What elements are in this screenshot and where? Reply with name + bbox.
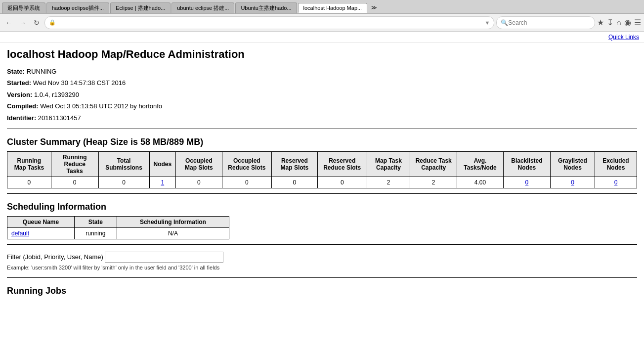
col-reduce-capacity: Reduce Task Capacity	[410, 151, 457, 177]
bookmark-star-icon[interactable]: ★	[597, 18, 604, 27]
page-title: localhost Hadoop Map/Reduce Administrati…	[7, 48, 637, 61]
val-total-submissions: 0	[98, 177, 149, 188]
browser-actions: ★ ↧ ⌂ ◉ ☰	[597, 18, 641, 27]
browser-nav: ← → ↻ 🔒 localhost:50030/jobtracker.jsp ▼…	[0, 14, 644, 32]
graylisted-link[interactable]: 0	[571, 179, 574, 186]
col-res-map: Reserved Map Slots	[272, 151, 318, 177]
forward-button[interactable]: →	[17, 17, 29, 29]
val-nodes: 1	[149, 177, 176, 188]
cluster-summary-heading: Cluster Summary (Heap Size is 58 MB/889 …	[7, 137, 637, 147]
col-queue-name: Queue Name	[7, 216, 75, 227]
tab-1[interactable]: 返回导学系统	[2, 2, 45, 13]
identifier-label: Identifier:	[7, 114, 36, 122]
version-label: Version:	[7, 91, 32, 98]
compiled-label: Compiled:	[7, 102, 39, 110]
search-input[interactable]	[508, 19, 591, 26]
val-occ-map: 0	[176, 177, 222, 188]
val-reduce-capacity: 2	[410, 177, 457, 188]
val-running-map: 0	[7, 177, 51, 188]
col-running-reduce: Running Reduce Tasks	[51, 151, 98, 177]
address-input[interactable]: localhost:50030/jobtracker.jsp	[58, 19, 482, 26]
val-blacklisted: 0	[504, 177, 551, 188]
cluster-data-row: 0 0 0 1 0 0 0 0 2 2 4.00 0 0 0	[7, 177, 637, 188]
filter-help: Example: 'user:smith 3200' will filter b…	[7, 265, 637, 270]
divider-3	[7, 244, 637, 245]
started-label: Started:	[7, 79, 31, 87]
menu-icon[interactable]: ☰	[634, 18, 641, 27]
col-map-capacity: Map Task Capacity	[367, 151, 410, 177]
state-label: State:	[7, 68, 25, 75]
state-value: RUNNING	[27, 68, 57, 75]
divider-1	[7, 129, 637, 129]
col-scheduling-info: Scheduling Information	[117, 216, 229, 227]
search-icon: 🔍	[501, 19, 508, 26]
val-occ-reduce: 0	[222, 177, 271, 188]
excluded-link[interactable]: 0	[614, 179, 618, 186]
col-nodes: Nodes	[149, 151, 176, 177]
tab-more[interactable]: ≫	[368, 3, 380, 12]
back-button[interactable]: ←	[3, 17, 15, 29]
val-running-reduce: 0	[51, 177, 98, 188]
col-res-reduce: Reserved Reduce Slots	[317, 151, 367, 177]
search-bar: 🔍	[496, 16, 595, 29]
scheduling-heading: Scheduling Information	[7, 202, 637, 212]
tab-3[interactable]: Eclipse | 搭建hado...	[110, 2, 171, 13]
col-total-submissions: Total Submissions	[98, 151, 149, 177]
col-state: State	[74, 216, 117, 227]
val-excluded: 0	[595, 177, 637, 188]
tab-5[interactable]: Ubuntu主搭建hado...	[235, 2, 297, 13]
scheduling-table: Queue Name State Scheduling Information …	[7, 216, 229, 239]
col-avg-tasks: Avg. Tasks/Node	[457, 151, 504, 177]
running-jobs-heading: Running Jobs	[7, 286, 637, 296]
quick-links-link[interactable]: Quick Links	[608, 34, 639, 41]
col-running-map: Running Map Tasks	[7, 151, 51, 177]
address-bar: 🔒 localhost:50030/jobtracker.jsp ▼	[44, 16, 494, 29]
divider-2	[7, 193, 637, 194]
info-block: State: RUNNING Started: Wed Nov 30 14:57…	[7, 66, 637, 124]
reload-button[interactable]: ↻	[31, 17, 43, 29]
state-cell: running	[74, 227, 117, 239]
address-dropdown-icon[interactable]: ▼	[484, 20, 490, 26]
tab-2[interactable]: hadoop eclipse插件...	[46, 2, 109, 13]
val-avg-tasks: 4.00	[457, 177, 504, 188]
queue-default-link[interactable]: default	[11, 230, 29, 237]
identifier-value: 201611301457	[38, 114, 81, 122]
val-res-reduce: 0	[317, 177, 367, 188]
val-map-capacity: 2	[367, 177, 410, 188]
scheduling-row: default running N/A	[7, 227, 229, 239]
blacklisted-link[interactable]: 0	[525, 179, 529, 186]
compiled-value: Wed Oct 3 05:13:58 UTC 2012 by hortonfo	[40, 102, 162, 110]
filter-section: Filter (Jobid, Priority, User, Name) Exa…	[7, 252, 637, 270]
started-value: Wed Nov 30 14:57:38 CST 2016	[33, 79, 126, 87]
nodes-link[interactable]: 1	[161, 179, 165, 186]
version-value: 1.0.4, r1393290	[34, 91, 79, 98]
col-graylisted: Graylisted Nodes	[550, 151, 595, 177]
tab-active[interactable]: localhost Hadoop Map...	[298, 3, 368, 13]
divider-4	[7, 277, 637, 278]
tab-4[interactable]: ubuntu eclipse 搭建...	[172, 2, 234, 13]
val-graylisted: 0	[550, 177, 595, 188]
browser-tabs: 返回导学系统 hadoop eclipse插件... Eclipse | 搭建h…	[0, 0, 644, 14]
cluster-table: Running Map Tasks Running Reduce Tasks T…	[7, 151, 637, 188]
col-occ-map: Occupied Map Slots	[176, 151, 222, 177]
col-excluded: Excluded Nodes	[595, 151, 637, 177]
quick-links-bar: Quick Links	[0, 32, 644, 43]
info-cell: N/A	[117, 227, 229, 239]
val-res-map: 0	[272, 177, 318, 188]
filter-label: Filter (Jobid, Priority, User, Name)	[7, 253, 103, 261]
col-blacklisted: Blacklisted Nodes	[504, 151, 551, 177]
lock-icon: 🔒	[49, 19, 56, 26]
page-content: localhost Hadoop Map/Reduce Administrati…	[0, 43, 644, 305]
filter-input[interactable]	[105, 252, 223, 263]
download-icon[interactable]: ↧	[607, 18, 613, 27]
shield-icon[interactable]: ◉	[624, 18, 631, 27]
col-occ-reduce: Occupied Reduce Slots	[222, 151, 271, 177]
queue-name-cell: default	[7, 227, 75, 239]
home-icon[interactable]: ⌂	[616, 18, 621, 27]
